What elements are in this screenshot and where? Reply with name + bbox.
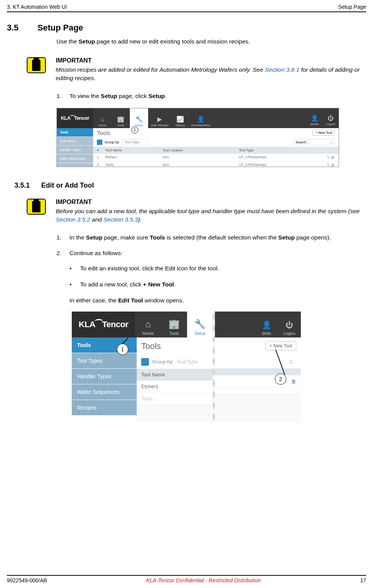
step-2b: 2. Continue as follows: (57, 249, 366, 257)
section-heading-3-5-1: 3.5.1 Edit or Add Tool (15, 182, 366, 190)
nav-home[interactable]: ⌂Home (93, 108, 111, 128)
app-topbar: KLA⁀Tencor ⌂Home 🏢Tools 🔧Setup ▶User Mis… (57, 108, 339, 128)
nav-history[interactable]: 📈History (171, 108, 189, 128)
section-num: 3.5 (7, 23, 26, 33)
sidebar-item-handler-types[interactable]: Handler Types (72, 369, 137, 384)
admin-icon: 👤 (197, 116, 205, 123)
sidebar-item-wafer-sequences[interactable]: Wafer Sequences (72, 384, 137, 400)
header-left: 3. KT Automation Web UI (7, 4, 67, 10)
user-icon: 👤 (311, 114, 318, 122)
link-section-3-5-2[interactable]: Section 3.5.2 (56, 216, 90, 223)
panel-title: Tools (97, 130, 110, 136)
link-section-3-8-1[interactable]: Section 3.8.1 (265, 66, 299, 73)
group-by-toggle[interactable] (141, 358, 149, 366)
user-icon: 👤 (262, 320, 271, 329)
delete-icon[interactable]: 🗑 (291, 378, 296, 384)
bullet-add: • To add a new tool, click + New Tool. (69, 281, 366, 288)
new-tool-button[interactable]: + New Tool (312, 130, 335, 136)
nav-logout-partial[interactable]: ⏻Logou (278, 321, 301, 337)
header-right: Setup Page (338, 4, 366, 10)
footer-pagenum: 17 (360, 577, 366, 583)
search-icon[interactable]: ⌕ (289, 357, 296, 365)
group-by-value[interactable]: Tool Type (177, 359, 198, 365)
search-input[interactable]: Search ... (293, 139, 335, 145)
page-header: 3. KT Automation Web UI Setup Page (7, 4, 366, 12)
nav-tools[interactable]: 🏢Tools (111, 108, 130, 128)
callout-2: 2 (275, 373, 286, 385)
nav-user[interactable]: 👤admin (307, 114, 323, 127)
group-by-select[interactable]: Tool Type (122, 139, 147, 145)
app-logo: KLA⁀Tencor (72, 312, 135, 337)
nav-tools[interactable]: 🏢Tools (161, 312, 187, 337)
app-topbar-right: 👤dmin ⏻Logou (215, 312, 301, 337)
screenshot-edit-tool: KLA⁀Tencor ⌂Home 🏢Tools 🔧Setup Tools Too… (72, 312, 301, 422)
table-header: # Tool Name Tool Location Tool Type (93, 147, 339, 154)
page-footer: 9022549-000/AB KLA-Tencor Confidential -… (7, 575, 366, 583)
important-title: IMPORTANT (56, 57, 361, 64)
subsection-num: 3.5.1 (15, 182, 30, 190)
nav-setup[interactable]: 🔧Setup (187, 312, 213, 337)
sidebar-item-recipes[interactable]: Recipes (57, 163, 93, 167)
important-text: Before you can add a new tool, the appli… (56, 207, 361, 224)
nav-user-partial[interactable]: 👤dmin (255, 320, 278, 337)
bullet-edit: • To edit an existing tool, click the Ed… (69, 265, 366, 272)
chart-icon: 📈 (176, 116, 184, 123)
bullet-list: • To edit an existing tool, click the Ed… (69, 265, 366, 288)
sidebar-item-wafer-sequences[interactable]: Wafer Sequences (57, 154, 93, 163)
main-panel-left: Tools Group by: Tool Type Tool Name Etch… (137, 337, 213, 422)
nav-admin[interactable]: 👤Administration (189, 108, 212, 128)
power-icon: ⏻ (328, 115, 334, 122)
panel-title: Tools (141, 341, 161, 351)
wrench-icon: 🔧 (135, 116, 143, 123)
sidebar: Tools Tool Types Handler Types Wafer Seq… (57, 128, 93, 167)
footer-confidential: KLA-Tencor Confidential - Restricted Dis… (146, 577, 261, 583)
important-icon (27, 57, 46, 73)
section-title: Setup Page (37, 23, 83, 33)
table-row: Etcher1 (137, 381, 213, 393)
intro-text: Use the Setup page to add new or edit ex… (57, 38, 366, 45)
group-by-toggle[interactable] (97, 140, 102, 145)
group-by-label: Group by: (152, 359, 174, 365)
app-topbar: KLA⁀Tencor ⌂Home 🏢Tools 🔧Setup (72, 312, 213, 337)
wrench-icon: 🔧 (194, 319, 206, 329)
play-icon: ▶ (157, 116, 162, 123)
link-section-3-5-3[interactable]: Section 3.5.3 (103, 216, 138, 223)
section-heading-3-5: 3.5 Setup Page (7, 23, 366, 33)
row-actions[interactable]: ✎ 🗑 (323, 163, 335, 167)
after-bullets-text: In either case, the Edit Tool window ope… (69, 297, 366, 304)
step-list-2: 1. In the Setup page, make sure Tools is… (57, 233, 366, 304)
sidebar-item-tool-types[interactable]: Tool Types (72, 353, 137, 369)
important-title: IMPORTANT (56, 199, 361, 206)
app-logo: KLA⁀Tencor (57, 108, 93, 128)
callout-1: 1 (117, 344, 128, 355)
important-note-2: IMPORTANT Before you can add a new tool,… (27, 199, 366, 224)
step-list-1: 1. To view the Setup page, click Setup. (57, 92, 366, 100)
nav-home[interactable]: ⌂Home (135, 312, 161, 337)
new-tool-button[interactable]: + New Tool (265, 341, 296, 350)
sidebar-item-recipes[interactable]: Recipes (72, 400, 137, 416)
table-row: 1 Etcher1 loc1 UT_CPGDummy1 ✎ 🗑 (93, 154, 339, 161)
table-row: 2 Tool1 loc1 UT_CPGDummy1 ✎ 🗑 (93, 161, 339, 167)
nav-logout[interactable]: ⏻Logout (323, 114, 339, 127)
tools-icon: 🏢 (117, 116, 124, 123)
home-icon: ⌂ (145, 319, 151, 329)
tools-table: # Tool Name Tool Location Tool Type 1 Et… (93, 147, 339, 167)
sidebar-item-tool-types[interactable]: Tool Types (57, 137, 93, 146)
nav-setup[interactable]: 🔧Setup (130, 108, 148, 128)
step-1b: 1. In the Setup page, make sure Tools is… (57, 233, 366, 242)
table-header: Tool Name (137, 369, 213, 381)
home-icon: ⌂ (100, 116, 104, 123)
important-text: Mission recipes are added or edited for … (56, 66, 361, 83)
nav-user-mission[interactable]: ▶User Mission (148, 108, 171, 128)
screenshot-setup-page: KLA⁀Tencor ⌂Home 🏢Tools 🔧Setup ▶User Mis… (57, 108, 339, 167)
main-panel: Tools + New Tool Group by: Tool Type Sea… (93, 128, 339, 167)
group-by-label: Group by: (105, 140, 120, 144)
sidebar-item-tools[interactable]: Tools (57, 128, 93, 137)
tools-icon: 🏢 (168, 319, 180, 329)
sidebar-item-handler-types[interactable]: Handler Types (57, 146, 93, 154)
important-icon (27, 199, 46, 215)
row-actions[interactable]: ✎ 🗑 (323, 155, 335, 159)
important-note-1: IMPORTANT Mission recipes are added or e… (27, 57, 366, 83)
step-1: 1. To view the Setup page, click Setup. (57, 92, 366, 100)
footer-docnum: 9022549-000/AB (7, 577, 47, 583)
